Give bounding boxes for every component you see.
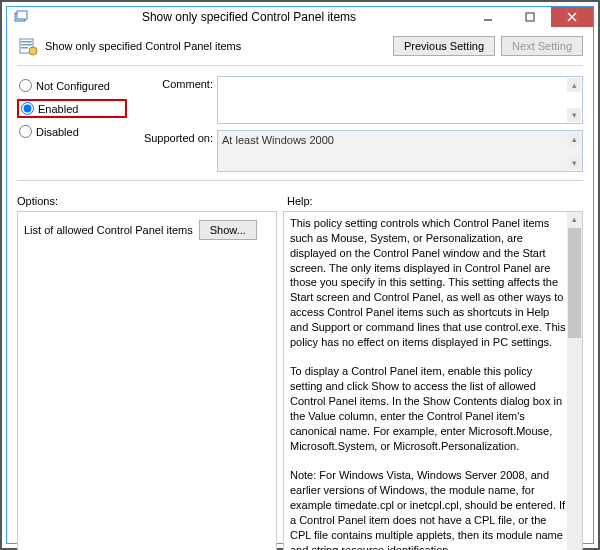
scroll-up-icon[interactable]: ▴ <box>567 212 582 227</box>
show-button[interactable]: Show... <box>199 220 257 240</box>
radio-enabled[interactable]: Enabled <box>17 99 127 118</box>
radio-not-configured-input[interactable] <box>19 79 32 92</box>
options-heading: Options: <box>17 195 277 207</box>
radio-disabled-input[interactable] <box>19 125 32 138</box>
radio-disabled-label: Disabled <box>36 126 79 138</box>
scroll-down-icon[interactable]: ▾ <box>567 546 582 550</box>
scroll-up-icon[interactable]: ▴ <box>567 132 581 146</box>
help-text: This policy setting controls which Contr… <box>283 211 583 550</box>
svg-rect-7 <box>21 41 32 43</box>
previous-setting-button[interactable]: Previous Setting <box>393 36 495 56</box>
maximize-button[interactable] <box>509 7 551 27</box>
policy-title: Show only specified Control Panel items <box>45 40 387 52</box>
svg-rect-3 <box>526 13 534 21</box>
scroll-up-icon[interactable]: ▴ <box>567 78 581 92</box>
radio-enabled-label: Enabled <box>38 103 78 115</box>
options-panel: List of allowed Control Panel items Show… <box>17 211 277 550</box>
divider <box>17 180 583 181</box>
supported-on-value: At least Windows 2000 ▴ ▾ <box>217 130 583 172</box>
svg-rect-9 <box>21 47 28 49</box>
options-list-label: List of allowed Control Panel items <box>24 224 193 236</box>
radio-enabled-input[interactable] <box>21 102 34 115</box>
close-button[interactable] <box>551 7 593 27</box>
radio-not-configured[interactable]: Not Configured <box>17 78 127 93</box>
help-paragraph: This policy setting controls which Contr… <box>290 216 566 350</box>
scroll-down-icon[interactable]: ▾ <box>567 108 581 122</box>
help-paragraph: Note: For Windows Vista, Windows Server … <box>290 468 566 550</box>
scroll-down-icon[interactable]: ▾ <box>567 156 581 170</box>
radio-disabled[interactable]: Disabled <box>17 124 127 139</box>
svg-point-10 <box>29 47 37 55</box>
help-scrollbar[interactable]: ▴ ▾ <box>567 212 582 550</box>
supported-label: Supported on: <box>133 130 213 144</box>
window-title: Show only specified Control Panel items <box>31 10 467 24</box>
svg-rect-1 <box>17 11 27 19</box>
dialog-window: Show only specified Control Panel items … <box>6 6 594 544</box>
svg-rect-8 <box>21 44 32 46</box>
help-heading: Help: <box>287 195 313 207</box>
divider <box>17 65 583 66</box>
help-paragraph: To display a Control Panel item, enable … <box>290 364 566 453</box>
titlebar: Show only specified Control Panel items <box>7 7 593 27</box>
comment-input[interactable]: ▴ ▾ <box>217 76 583 124</box>
radio-not-configured-label: Not Configured <box>36 80 110 92</box>
policy-icon <box>17 35 39 57</box>
scrollbar-track[interactable] <box>567 338 582 546</box>
scrollbar-thumb[interactable] <box>568 228 581 338</box>
app-icon <box>11 7 31 27</box>
minimize-button[interactable] <box>467 7 509 27</box>
comment-label: Comment: <box>133 76 213 90</box>
next-setting-button[interactable]: Next Setting <box>501 36 583 56</box>
